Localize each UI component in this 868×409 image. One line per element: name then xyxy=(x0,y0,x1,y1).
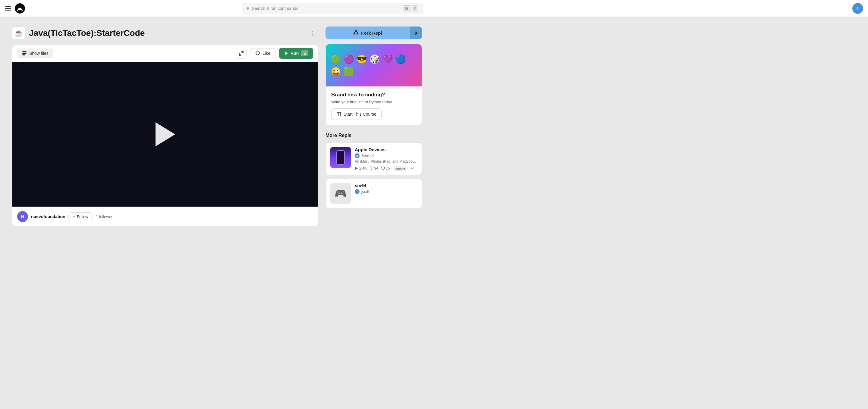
search-placeholder: Search & run commands xyxy=(252,6,400,11)
run-count: 5 xyxy=(301,50,308,56)
svg-point-8 xyxy=(357,34,358,35)
search-bar[interactable]: Search & run commands ⌘ K xyxy=(242,3,423,14)
play-button-icon[interactable] xyxy=(156,122,175,146)
svg-rect-2 xyxy=(23,52,26,52)
repl-tag[interactable]: #apple xyxy=(393,166,407,171)
expand-button[interactable] xyxy=(236,48,247,59)
shortcut-key1: ⌘ xyxy=(403,5,410,11)
repl-title: Java(TicTacToe):StarterCode xyxy=(29,28,304,38)
book-icon xyxy=(336,112,341,116)
topbar-left xyxy=(5,3,25,14)
heart-icon xyxy=(255,51,260,56)
repl-card-description: An iMac, iPhone, iPad, and MacBook Pro, … xyxy=(355,159,417,164)
course-description: Write your first line of Python today. xyxy=(331,100,416,104)
more-repls-title: More Repls xyxy=(326,133,422,138)
repl-thumbnail: 🎮 xyxy=(330,183,351,204)
comment-stat-icon xyxy=(370,167,373,170)
repl-card-author: j jcraft xyxy=(355,189,417,194)
comment-stat: 94 xyxy=(370,166,378,170)
start-course-button[interactable]: Start This Course xyxy=(331,108,381,120)
repl-header: ☕ Java(TicTacToe):StarterCode ⋮ xyxy=(12,27,318,40)
files-icon xyxy=(22,51,27,56)
svg-point-1 xyxy=(19,8,21,10)
course-title: Brand new to coding? xyxy=(331,92,416,98)
repl-card-stats: 2.4K 94 75 #apple +4 xyxy=(355,166,417,171)
main-content: ☕ Java(TicTacToe):StarterCode ⋮ Show fil… xyxy=(0,17,434,236)
video-toolbar: Show files Like xyxy=(12,45,318,62)
repl-card[interactable]: 🎮 sm64 j jcraft xyxy=(326,178,422,208)
search-shortcut: ⌘ K xyxy=(403,5,418,11)
fork-count[interactable]: 9 xyxy=(410,27,422,39)
more-options-button[interactable]: ⋮ xyxy=(307,28,318,39)
heart-stat-icon xyxy=(381,167,385,170)
svg-rect-3 xyxy=(23,53,26,54)
svg-marker-5 xyxy=(285,52,288,55)
course-banner: 🟢🟣😎 🎲💜🔵 😜🟩 xyxy=(326,44,422,87)
author-bar: N nuevofoundation + Follow 1 follower xyxy=(12,207,318,226)
like-stat: 75 xyxy=(381,166,390,170)
repl-thumbnail xyxy=(330,147,351,168)
author-avatar: N xyxy=(17,211,28,222)
center-panel: ☕ Java(TicTacToe):StarterCode ⋮ Show fil… xyxy=(12,27,318,227)
author-name: nuevofoundation xyxy=(31,214,65,219)
follower-count: 1 follower xyxy=(96,214,113,219)
run-button[interactable]: Run 5 xyxy=(279,48,313,59)
like-button[interactable]: Like xyxy=(250,48,276,59)
topbar-right: + xyxy=(852,3,863,14)
repl-card-title: sm64 xyxy=(355,183,417,188)
play-stat-icon xyxy=(355,167,358,170)
repl-card-info: Apple Devices B Bookie0 An iMac, iPhone,… xyxy=(355,147,417,171)
run-stat: 2.4K xyxy=(355,166,367,170)
svg-point-7 xyxy=(354,34,355,35)
repl-tag-more: +4 xyxy=(410,167,414,170)
author-icon: B xyxy=(355,153,360,158)
right-sidebar: Fork Repl 9 🟢🟣😎 🎲💜🔵 😜🟩 Brand new to codi… xyxy=(326,27,422,227)
play-icon xyxy=(284,51,288,56)
svg-marker-13 xyxy=(355,167,358,170)
repl-card[interactable]: Apple Devices B Bookie0 An iMac, iPhone,… xyxy=(326,142,422,175)
show-files-button[interactable]: Show files xyxy=(17,48,53,58)
repl-card-title: Apple Devices xyxy=(355,147,417,152)
author-icon: j xyxy=(355,189,360,194)
svg-rect-4 xyxy=(23,55,25,55)
video-area[interactable] xyxy=(12,62,318,207)
repl-card-info: sm64 j jcraft xyxy=(355,183,417,204)
logo-icon[interactable] xyxy=(14,3,25,14)
course-emojis: 🟢🟣😎 🎲💜🔵 😜🟩 xyxy=(326,49,422,81)
repl-card-author: B Bookie0 xyxy=(355,153,417,158)
fork-row: Fork Repl 9 xyxy=(326,27,422,39)
search-dot-icon xyxy=(247,7,249,10)
add-button[interactable]: + xyxy=(852,3,863,14)
phone-shape xyxy=(336,150,345,165)
course-body: Brand new to coding? Write your first li… xyxy=(326,87,422,125)
follow-button[interactable]: + Follow xyxy=(68,212,93,221)
fork-button[interactable]: Fork Repl xyxy=(326,27,410,39)
topbar: Search & run commands ⌘ K + xyxy=(0,0,868,17)
shortcut-key2: K xyxy=(412,5,418,11)
course-card: 🟢🟣😎 🎲💜🔵 😜🟩 Brand new to coding? Write yo… xyxy=(326,44,422,126)
hamburger-menu-icon[interactable] xyxy=(5,6,11,10)
expand-icon xyxy=(239,51,244,56)
repl-icon: ☕ xyxy=(12,27,25,40)
fork-icon xyxy=(353,30,359,36)
video-container: Show files Like xyxy=(12,44,318,227)
